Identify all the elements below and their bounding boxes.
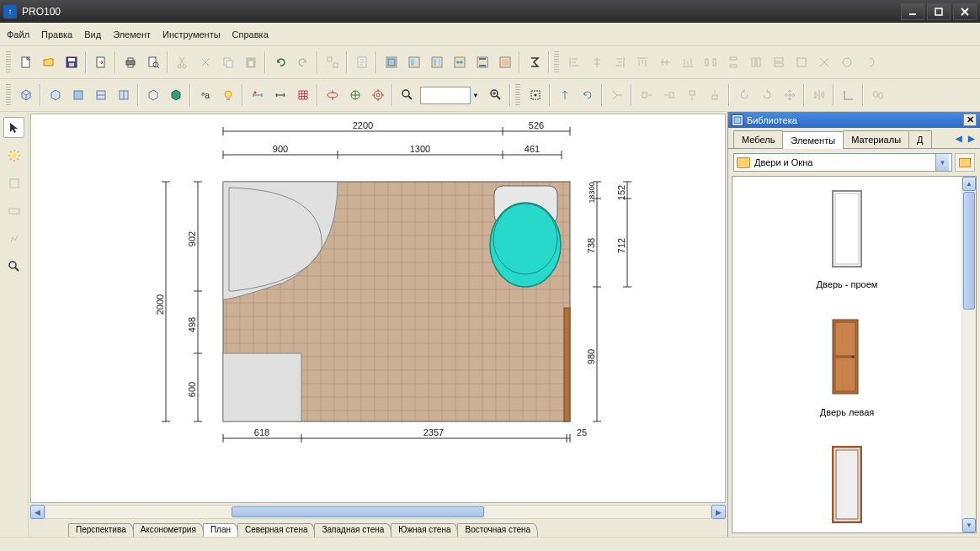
maximize-button[interactable] <box>927 3 951 20</box>
menu-item-help[interactable]: Справка <box>232 29 269 40</box>
corner-button[interactable] <box>838 85 859 106</box>
mode6-button[interactable] <box>494 52 515 73</box>
view-3d-2-button[interactable] <box>45 85 66 106</box>
library-scrollbar[interactable]: ▲ ▼ <box>961 177 976 532</box>
redo-button[interactable] <box>292 52 313 73</box>
zoom-dropdown-icon[interactable]: ▼ <box>472 92 484 99</box>
dimension-button[interactable] <box>269 85 290 106</box>
align-c-button[interactable] <box>791 52 812 73</box>
library-up-button[interactable] <box>955 153 975 172</box>
rot-left-button[interactable] <box>733 85 754 106</box>
scroll-thumb[interactable] <box>232 506 484 517</box>
mode2-button[interactable] <box>403 52 424 73</box>
mode1-button[interactable] <box>381 52 402 73</box>
light-tool-button[interactable] <box>3 145 24 166</box>
distribute-h-button[interactable] <box>700 52 721 73</box>
library-folder-select[interactable]: Двери и Окна ▼ <box>733 153 952 172</box>
align-center-v-button[interactable] <box>654 52 675 73</box>
tab-axonometry[interactable]: Аксонометрия <box>133 523 204 537</box>
l-align-button[interactable] <box>636 85 657 106</box>
snap-object-button[interactable] <box>344 85 365 106</box>
lib-tab-elements[interactable]: Элементы <box>782 131 844 149</box>
grid-button[interactable] <box>292 85 313 106</box>
cut-button[interactable] <box>172 52 193 73</box>
save-button[interactable] <box>61 52 82 73</box>
box-tool-button[interactable] <box>3 172 24 193</box>
library-item[interactable] <box>822 442 872 532</box>
open-file-button[interactable] <box>38 52 59 73</box>
select-area-button[interactable] <box>525 85 546 106</box>
paste-button[interactable] <box>240 52 261 73</box>
align-right-button[interactable] <box>609 52 630 73</box>
scroll-left-button[interactable]: ◀ <box>30 505 45 519</box>
scroll-up-button[interactable]: ▲ <box>962 177 976 191</box>
menu-item-file[interactable]: Файл <box>7 29 29 40</box>
scroll-down-button[interactable]: ▼ <box>962 518 976 532</box>
close-button[interactable] <box>953 3 977 20</box>
zoom-fit-button[interactable] <box>485 85 506 106</box>
new-file-button[interactable] <box>15 52 36 73</box>
view-top-button[interactable] <box>67 85 88 106</box>
print-preview-button[interactable] <box>142 52 163 73</box>
rect-tool-button[interactable] <box>3 200 24 221</box>
tab-scroll-left-button[interactable]: ◀ <box>953 132 965 144</box>
align-b-button[interactable] <box>768 52 789 73</box>
move-arrows-button[interactable] <box>779 85 800 106</box>
zoom-input[interactable] <box>420 87 471 104</box>
distribute-v-button[interactable] <box>722 52 743 73</box>
tab-west-wall[interactable]: Западная стена <box>314 523 391 537</box>
mode3-button[interactable] <box>426 52 447 73</box>
print-button[interactable] <box>120 52 141 73</box>
align-e-button[interactable] <box>836 52 857 73</box>
b-align-button[interactable] <box>704 85 725 106</box>
group-button[interactable] <box>322 52 343 73</box>
mode5-button[interactable] <box>471 52 493 73</box>
tab-north-wall[interactable]: Северная стена <box>237 523 316 537</box>
library-close-button[interactable]: ✕ <box>963 114 977 126</box>
import-button[interactable] <box>90 52 111 73</box>
snap-grid-button[interactable] <box>322 85 343 106</box>
scroll-thumb[interactable] <box>963 192 975 310</box>
lib-tab-materials[interactable]: Материалы <box>843 130 909 148</box>
view-3d-1-button[interactable] <box>15 85 36 106</box>
dropdown-icon[interactable]: ▼ <box>935 154 949 171</box>
tab-east-wall[interactable]: Восточная стена <box>457 523 538 537</box>
tab-plan[interactable]: План <box>203 523 238 537</box>
scroll-track[interactable] <box>45 505 711 519</box>
align-bottom-button[interactable] <box>677 52 698 73</box>
mode4-button[interactable] <box>449 52 470 73</box>
rot-right-button[interactable] <box>756 85 777 106</box>
measure-tool-button[interactable] <box>3 256 24 277</box>
horizontal-scrollbar[interactable]: ◀ ▶ <box>30 505 726 519</box>
lib-tab-furniture[interactable]: Мебель <box>733 130 783 148</box>
align-a-button[interactable] <box>745 52 766 73</box>
target-button[interactable] <box>367 85 388 106</box>
report-button[interactable] <box>351 52 372 73</box>
copy-button[interactable] <box>217 52 238 73</box>
menu-item-element[interactable]: Элемент <box>113 29 151 40</box>
r-align-button[interactable] <box>658 85 679 106</box>
minimize-button[interactable] <box>901 3 924 20</box>
scissors-button[interactable] <box>194 52 216 73</box>
scroll-right-button[interactable]: ▶ <box>711 505 726 519</box>
view-back-button[interactable] <box>142 85 163 106</box>
text-aa-button[interactable]: ᵃa <box>194 85 216 106</box>
library-item[interactable]: Дверь - проем <box>817 187 878 289</box>
light-button[interactable] <box>217 85 238 106</box>
move-up-button[interactable] <box>554 85 575 106</box>
align-d-button[interactable] <box>813 52 834 73</box>
drawing-canvas[interactable]: 2200 526 900 1300 461 <box>30 114 726 503</box>
pointer-tool-button[interactable] <box>3 117 24 138</box>
rotate-button[interactable] <box>577 85 598 106</box>
align-f-button[interactable] <box>859 52 880 73</box>
align-center-h-button[interactable] <box>586 52 607 73</box>
measure-button[interactable] <box>247 85 268 106</box>
t-arrow-button[interactable] <box>606 85 627 106</box>
library-item[interactable]: Дверь левая <box>820 315 875 417</box>
align-top-button[interactable] <box>631 52 652 73</box>
menu-item-view[interactable]: Вид <box>84 29 101 40</box>
view-side-button[interactable] <box>113 85 134 106</box>
sum-button[interactable] <box>524 52 545 73</box>
t-align-button[interactable] <box>681 85 702 106</box>
menu-item-tools[interactable]: Инструменты <box>162 29 221 40</box>
